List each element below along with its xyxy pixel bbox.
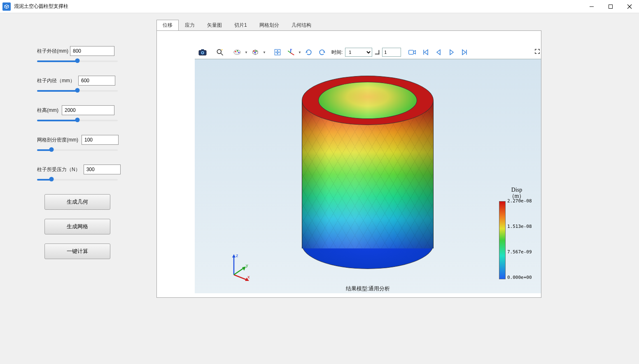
param-label: 柱子外径(mm) (37, 48, 70, 55)
svg-line-9 (221, 53, 223, 56)
svg-rect-23 (379, 50, 380, 55)
palette-dropdown[interactable]: ▼ (244, 51, 248, 54)
fullscreen-icon[interactable] (534, 45, 541, 58)
param-pressure: 柱子所受压力（N） (37, 165, 118, 183)
tab-stress[interactable]: 应力 (179, 20, 201, 30)
svg-line-20 (288, 51, 291, 53)
result-caption: 结果模型:通用分析 (195, 285, 541, 292)
svg-text:z: z (236, 253, 238, 258)
palette-icon[interactable] (231, 46, 243, 58)
axes-icon[interactable]: z (285, 46, 297, 58)
svg-point-12 (237, 50, 238, 51)
svg-rect-14 (254, 51, 255, 52)
svg-point-13 (238, 52, 240, 53)
svg-point-7 (202, 52, 203, 54)
svg-rect-5 (201, 49, 204, 51)
svg-point-11 (235, 51, 236, 52)
svg-line-29 (234, 268, 244, 275)
record-icon[interactable] (406, 46, 418, 58)
svg-rect-24 (409, 50, 414, 54)
sidebar: 柱子外径(mm) 柱子内径（mm） 柱高(mm) (0, 13, 155, 364)
mesh-density-slider[interactable] (37, 147, 118, 153)
outer-diameter-input[interactable] (70, 46, 114, 56)
rotate-cw-icon[interactable] (316, 46, 328, 58)
legend-tick: 7.567e-09 (507, 250, 532, 254)
param-outer-diameter: 柱子外径(mm) (37, 46, 118, 64)
axes-dropdown[interactable]: ▼ (298, 51, 302, 54)
legend-tick: 0.000e+00 (507, 275, 532, 280)
svg-rect-15 (255, 51, 257, 52)
frame-spin[interactable] (382, 48, 401, 57)
outer-diameter-slider[interactable] (37, 58, 118, 64)
compute-button[interactable]: 一键计算 (44, 243, 110, 259)
cube-icon[interactable] (249, 46, 261, 58)
inner-diameter-slider[interactable] (37, 88, 118, 94)
skip-start-icon[interactable] (419, 46, 431, 58)
time-select[interactable]: 1 (345, 48, 372, 57)
tab-geometry[interactable]: 几何结构 (285, 20, 317, 30)
window-title: 混泥土空心圆柱型支撑柱 (14, 3, 582, 10)
zoom-icon[interactable] (214, 46, 226, 58)
pressure-input[interactable] (84, 165, 121, 174)
move-icon[interactable] (271, 46, 284, 58)
param-height: 柱高(mm) (37, 105, 118, 123)
svg-rect-1 (609, 5, 613, 8)
svg-marker-26 (232, 254, 236, 257)
legend-tick: 2.270e-08 (507, 199, 532, 203)
tab-mesh[interactable]: 网格划分 (253, 20, 285, 30)
app-icon (2, 2, 11, 11)
maximize-button[interactable] (601, 0, 620, 13)
svg-point-8 (217, 49, 221, 53)
svg-rect-16 (254, 52, 256, 53)
tab-vector[interactable]: 矢量图 (201, 20, 228, 30)
svg-text:y: y (246, 263, 248, 268)
rotate-ccw-icon[interactable] (303, 46, 315, 58)
play-icon[interactable] (445, 46, 458, 58)
time-label: 时间: (331, 49, 343, 56)
play-back-icon[interactable] (432, 46, 445, 58)
param-label: 网格剖分密度(mm) (37, 137, 80, 144)
tab-slice1[interactable]: 切片1 (228, 20, 253, 30)
camera-icon[interactable] (196, 46, 209, 58)
svg-line-27 (234, 275, 247, 280)
viewer: ▼ ▼ z ▼ 时间: 1 (156, 30, 541, 298)
param-label: 柱高(mm) (37, 107, 60, 114)
skip-end-icon[interactable] (459, 46, 471, 58)
minimize-button[interactable] (582, 0, 601, 13)
svg-line-19 (291, 53, 294, 55)
cube-dropdown[interactable]: ▼ (262, 51, 266, 54)
tabs: 位移 应力 矢量图 切片1 网格划分 几何结构 (156, 20, 639, 30)
param-mesh-density: 网格剖分密度(mm) (37, 135, 118, 153)
pressure-slider[interactable] (37, 177, 118, 183)
color-legend: Disp（m） 2.270e-08 1.513e-08 7.567e-09 0.… (498, 187, 535, 279)
axis-triad: z y x (228, 252, 252, 277)
viewport-3d[interactable]: z y x 结果模型:通用分析 Disp（m） 2.270e-08 1.513e… (195, 59, 541, 293)
step-end-icon[interactable] (373, 46, 381, 58)
inner-diameter-input[interactable] (78, 76, 115, 86)
result-cylinder (302, 76, 434, 269)
close-button[interactable] (620, 0, 639, 13)
mesh-density-input[interactable] (82, 135, 119, 145)
param-label: 柱子内径（mm） (37, 77, 77, 84)
titlebar: 混泥土空心圆柱型支撑柱 (0, 0, 639, 13)
legend-tick: 1.513e-08 (507, 224, 532, 229)
tab-displacement[interactable]: 位移 (156, 20, 179, 31)
height-slider[interactable] (37, 118, 118, 123)
generate-mesh-button[interactable]: 生成网格 (44, 219, 110, 234)
viewer-toolbar: ▼ ▼ z ▼ 时间: 1 (195, 46, 541, 59)
main-panel: 位移 应力 矢量图 切片1 网格划分 几何结构 ▼ ▼ z ▼ (155, 13, 639, 364)
param-label: 柱子所受压力（N） (37, 166, 82, 173)
svg-text:x: x (247, 274, 250, 279)
generate-geometry-button[interactable]: 生成几何 (44, 194, 110, 210)
height-input[interactable] (62, 105, 114, 115)
svg-text:z: z (291, 48, 292, 51)
param-inner-diameter: 柱子内径（mm） (37, 76, 118, 94)
